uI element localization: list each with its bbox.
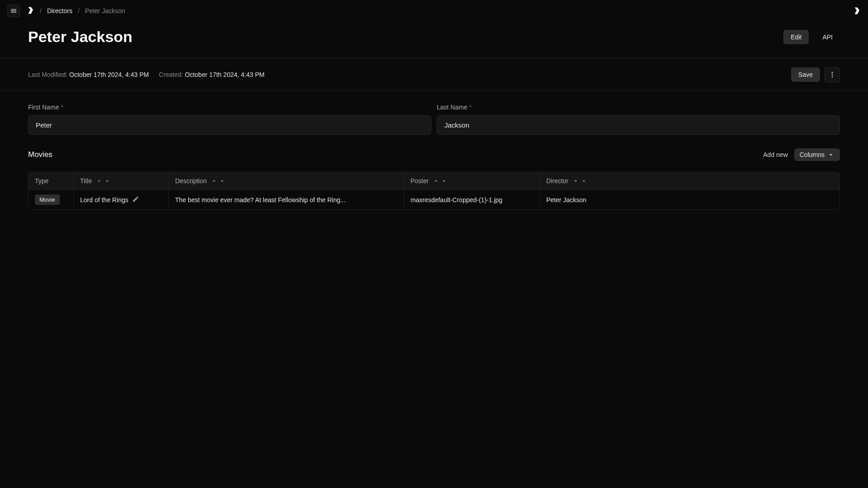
save-button[interactable]: Save <box>791 67 820 82</box>
breadcrumb-separator: / <box>40 7 42 14</box>
col-type[interactable]: Type <box>29 172 74 190</box>
api-button[interactable]: API <box>815 30 840 44</box>
meta-row: Last Modified: October 17th 2024, 4:43 P… <box>0 59 868 91</box>
breadcrumb-current: Peter Jackson <box>85 7 125 14</box>
header-actions: Edit API <box>783 30 840 44</box>
first-name-label: First Name* <box>28 104 431 111</box>
last-modified-value: October 17th 2024, 4:43 PM <box>69 71 149 78</box>
col-title[interactable]: Title <box>74 172 169 190</box>
meta-actions: Save <box>791 67 840 82</box>
created-value: October 17th 2024, 4:43 PM <box>185 71 265 78</box>
col-type-label: Type <box>35 177 48 185</box>
type-badge: Movie <box>35 194 60 205</box>
cell-type: Movie <box>29 190 74 209</box>
sort-desc-icon[interactable] <box>580 177 587 185</box>
col-poster-label: Poster <box>410 177 429 185</box>
sort-asc-icon[interactable] <box>95 177 103 185</box>
topbar: / Directors / Peter Jackson <box>0 0 868 22</box>
cell-title-text: Lord of the Rings <box>80 196 129 204</box>
movies-actions: Add new Columns <box>763 148 840 161</box>
movies-table-body: MovieLord of the RingsThe best movie eve… <box>29 190 839 209</box>
required-star: * <box>61 104 63 111</box>
more-actions-button[interactable] <box>825 67 840 82</box>
cell-director: Peter Jackson <box>540 190 839 209</box>
menu-button[interactable] <box>7 5 20 17</box>
cell-title: Lord of the Rings <box>74 190 169 209</box>
svg-point-1 <box>832 74 833 76</box>
breadcrumb-separator: / <box>78 7 80 14</box>
page-title: Peter Jackson <box>28 28 133 46</box>
first-name-input[interactable] <box>28 115 431 135</box>
col-description-label: Description <box>175 177 207 185</box>
col-director[interactable]: Director <box>540 172 839 190</box>
col-title-label: Title <box>80 177 92 185</box>
movies-table: Type Title Description Poster <box>28 172 840 210</box>
first-name-label-text: First Name <box>28 104 59 111</box>
sort-asc-icon[interactable] <box>432 177 439 185</box>
movies-title: Movies <box>28 150 52 159</box>
svg-point-0 <box>832 72 833 73</box>
more-vertical-icon <box>829 71 836 78</box>
edit-row-icon[interactable] <box>132 195 139 204</box>
cell-description: The best movie ever made? At least Fello… <box>169 190 404 209</box>
meta-timestamps: Last Modified: October 17th 2024, 4:43 P… <box>28 71 264 78</box>
last-name-input[interactable] <box>437 115 840 135</box>
col-poster[interactable]: Poster <box>404 172 540 190</box>
sort-asc-icon[interactable] <box>210 177 218 185</box>
last-name-label-text: Last Name <box>437 104 467 111</box>
last-name-label: Last Name* <box>437 104 840 111</box>
page-header: Peter Jackson Edit API <box>0 22 868 59</box>
sort-desc-icon[interactable] <box>440 177 448 185</box>
movies-table-head: Type Title Description Poster <box>29 172 839 190</box>
col-director-label: Director <box>546 177 568 185</box>
col-description[interactable]: Description <box>169 172 404 190</box>
form-area: First Name* Last Name* Movies Add new Co… <box>0 91 868 210</box>
logo-icon[interactable] <box>26 6 34 16</box>
hamburger-icon <box>10 7 17 14</box>
svg-point-2 <box>832 76 833 77</box>
first-name-group: First Name* <box>28 104 431 135</box>
created-label: Created: <box>159 71 183 78</box>
breadcrumb-directors[interactable]: Directors <box>47 7 72 14</box>
sort-desc-icon[interactable] <box>219 177 226 185</box>
name-row: First Name* Last Name* <box>28 104 840 135</box>
required-star: * <box>469 104 472 111</box>
columns-button[interactable]: Columns <box>794 148 840 161</box>
movies-header: Movies Add new Columns <box>28 148 840 161</box>
columns-button-label: Columns <box>800 151 825 158</box>
last-modified-label: Last Modified: <box>28 71 67 78</box>
last-name-group: Last Name* <box>437 104 840 135</box>
sort-desc-icon[interactable] <box>104 177 111 185</box>
sort-asc-icon[interactable] <box>572 177 579 185</box>
last-modified: Last Modified: October 17th 2024, 4:43 P… <box>28 71 149 78</box>
cell-poster: maxresdefault-Cropped-(1)-1.jpg <box>404 190 540 209</box>
breadcrumb: / Directors / Peter Jackson <box>26 6 125 16</box>
top-right-logo[interactable] <box>853 7 861 15</box>
created: Created: October 17th 2024, 4:43 PM <box>159 71 264 78</box>
add-new-button[interactable]: Add new <box>763 151 787 158</box>
table-row[interactable]: MovieLord of the RingsThe best movie eve… <box>29 190 839 209</box>
edit-button[interactable]: Edit <box>783 30 809 44</box>
chevron-down-icon <box>827 151 835 158</box>
